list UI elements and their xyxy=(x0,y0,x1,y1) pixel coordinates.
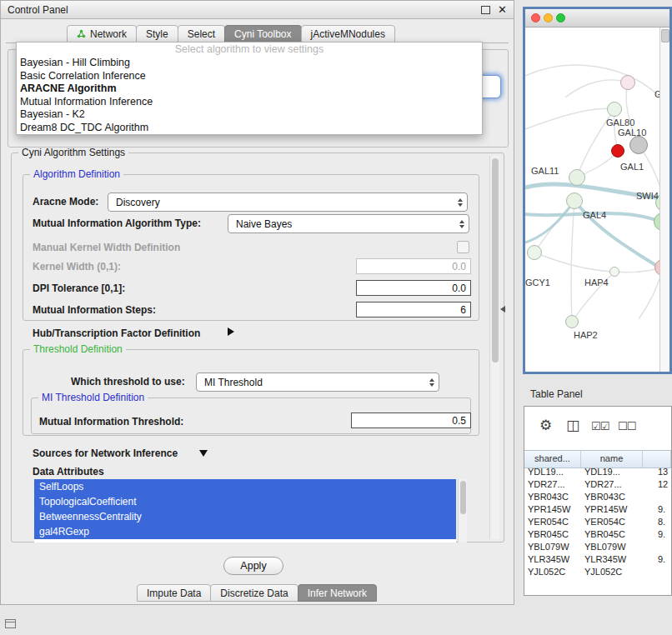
node-label: HAP4 xyxy=(584,278,609,288)
network-canvas[interactable]: GALGAL80GAL10GAL11GAL1SWI4GAL4GCY1HAP4HA… xyxy=(525,28,669,372)
table-row[interactable]: YJL052CYJL052C xyxy=(524,567,671,579)
algorithm-option[interactable]: Bayesian - Hill Climbing xyxy=(17,57,482,70)
tab-discretize-data[interactable]: Discretize Data xyxy=(210,584,298,602)
mi-threshold-field[interactable] xyxy=(351,412,471,428)
network-node[interactable] xyxy=(611,144,624,158)
panel-title: Control Panel xyxy=(8,4,481,16)
columns-icon[interactable]: ◫ xyxy=(566,418,579,432)
network-node[interactable] xyxy=(527,245,542,260)
table-row[interactable]: YBR045CYBR045C9. xyxy=(524,529,671,542)
network-node[interactable] xyxy=(565,315,579,328)
algorithm-option[interactable]: Bayesian - K2 xyxy=(17,108,482,122)
mi-type-label: Mutual Information Algorithm Type: xyxy=(33,218,201,229)
aracne-mode-select[interactable]: Discovery xyxy=(108,192,468,212)
table-row[interactable]: YPR145WYPR145W9. xyxy=(524,504,671,517)
algorithm-option[interactable]: ARACNE Algorithm xyxy=(17,82,482,96)
table-body: YDL19...YDL19...13YDR27...YDR27...12YBR0… xyxy=(524,467,671,595)
which-threshold-label: Which threshold to use: xyxy=(71,376,185,388)
select-none-icon[interactable]: ☐☐ xyxy=(618,421,635,432)
node-label: GAL4 xyxy=(583,210,606,220)
table-cell: YDL19... xyxy=(524,467,581,479)
tab-label: Discretize Data xyxy=(220,588,288,599)
algorithm-list: Bayesian - Hill ClimbingBasic Correlatio… xyxy=(17,57,482,134)
float-window-icon[interactable] xyxy=(481,6,490,14)
table-cell: YBL079W xyxy=(581,542,643,554)
attribute-item[interactable]: TopologicalCoefficient xyxy=(34,494,456,509)
tab-jactivemodules[interactable]: jActiveMNodules xyxy=(301,25,395,42)
algorithm-option[interactable]: Mutual Information Inference xyxy=(17,96,482,109)
table-cell: YDL19... xyxy=(581,467,643,479)
select-all-icon[interactable]: ☑☑ xyxy=(591,421,609,432)
mac-zoom-button[interactable] xyxy=(556,13,565,22)
table-cell: YBR043C xyxy=(581,492,643,504)
expand-right-icon[interactable] xyxy=(228,328,234,336)
algorithm-definition-title: Algorithm Definition xyxy=(30,168,123,180)
scrollbar-thumb[interactable] xyxy=(661,29,669,42)
table-cell: YJL052C xyxy=(524,567,581,579)
dpi-tolerance-field[interactable] xyxy=(356,280,471,296)
mac-close-button[interactable] xyxy=(531,13,540,22)
table-row[interactable]: YER054CYER054C8. xyxy=(524,517,671,529)
tab-impute-data[interactable]: Impute Data xyxy=(137,584,211,602)
which-threshold-select[interactable]: MI Threshold xyxy=(196,372,439,392)
tab-select[interactable]: Select xyxy=(178,25,225,42)
stepper-icon xyxy=(429,378,434,387)
close-icon[interactable]: ✕ xyxy=(498,4,507,15)
collapse-down-icon[interactable] xyxy=(199,450,208,457)
tab-network[interactable]: Network xyxy=(67,25,137,42)
table-row[interactable]: YLR345WYLR345W9. xyxy=(524,554,671,567)
network-node[interactable] xyxy=(607,102,622,117)
network-node[interactable] xyxy=(620,75,635,90)
algorithm-option[interactable]: Dream8 DC_TDC Algorithm xyxy=(17,122,482,135)
splitter-collapse-icon[interactable] xyxy=(500,306,505,312)
scrollbar-thumb[interactable] xyxy=(492,158,499,362)
network-node[interactable] xyxy=(629,136,648,154)
table-cell xyxy=(643,567,671,579)
table-cell: 9. xyxy=(643,554,671,567)
table-cell: YLR345W xyxy=(581,554,643,567)
scrollbar-thumb[interactable] xyxy=(460,481,466,514)
tab-infer-network[interactable]: Infer Network xyxy=(298,584,377,602)
data-attributes-label: Data Attributes xyxy=(33,466,104,478)
screen: Control Panel ✕ Network Style Sel xyxy=(0,0,672,635)
mi-type-value: Naive Bayes xyxy=(236,218,292,230)
network-node[interactable] xyxy=(609,267,619,277)
attribute-item[interactable]: gal4RGexp xyxy=(34,524,456,539)
table-row[interactable]: YBL079WYBL079W xyxy=(524,542,671,554)
column-header[interactable]: shared... xyxy=(524,451,581,468)
algorithm-option[interactable]: Basic Correlation Inference xyxy=(17,70,482,83)
docked-panel-icon[interactable] xyxy=(5,619,16,628)
gear-icon[interactable]: ⚙ xyxy=(539,418,552,432)
settings-scrollbar[interactable] xyxy=(489,156,499,539)
mac-minimize-button[interactable] xyxy=(544,13,553,22)
attribute-item[interactable]: SelfLoops xyxy=(34,479,456,494)
attribute-list-scrollbar[interactable] xyxy=(458,479,467,542)
table-cell xyxy=(643,542,671,554)
control-panel-window: Control Panel ✕ Network Style Sel xyxy=(0,0,514,605)
table-row[interactable]: YDL19...YDL19...13 xyxy=(524,467,671,479)
control-panel-titlebar: Control Panel ✕ xyxy=(1,1,514,19)
network-node[interactable] xyxy=(566,192,583,209)
table-cell: YER054C xyxy=(524,517,581,529)
threshold-definition-title: Threshold Definition xyxy=(30,343,126,355)
column-header[interactable] xyxy=(643,451,671,468)
mi-type-select[interactable]: Naive Bayes xyxy=(228,214,469,233)
apply-button[interactable]: Apply xyxy=(223,557,283,575)
attribute-item[interactable]: BetweennessCentrality xyxy=(34,509,456,524)
data-attributes-list: SelfLoopsTopologicalCoefficientBetweenne… xyxy=(34,479,456,542)
tab-style[interactable]: Style xyxy=(136,25,178,42)
table-cell: YBR045C xyxy=(581,529,643,542)
kernel-width-field[interactable] xyxy=(356,258,471,274)
table-row[interactable]: YBR043CYBR043C xyxy=(524,492,671,504)
table-row[interactable]: YDR27...YDR27...12 xyxy=(524,479,671,492)
column-header[interactable]: name xyxy=(581,451,643,468)
tab-cyni-toolbox[interactable]: Cyni Toolbox xyxy=(224,25,301,42)
dpi-tolerance-label: DPI Tolerance [0,1]: xyxy=(33,282,125,294)
mi-steps-field[interactable] xyxy=(356,302,471,318)
manual-kernel-checkbox[interactable] xyxy=(457,241,469,253)
network-scrollbar[interactable] xyxy=(659,28,669,372)
tab-label: Style xyxy=(146,28,168,40)
sources-label: Sources for Network Inference xyxy=(33,448,178,459)
node-label: GAL10 xyxy=(618,128,646,138)
network-node[interactable] xyxy=(569,169,585,186)
